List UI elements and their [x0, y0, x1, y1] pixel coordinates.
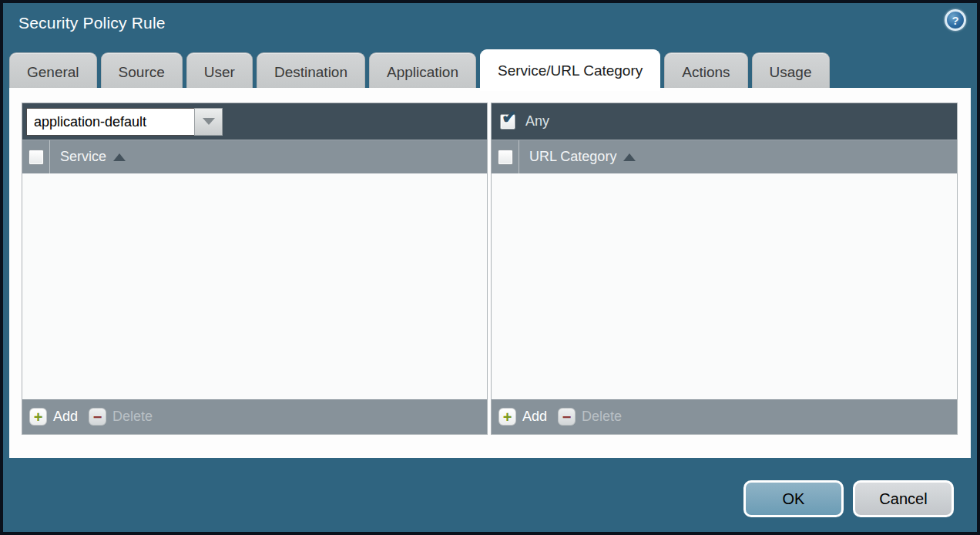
service-column-header-row: Service: [22, 140, 487, 173]
tab-user[interactable]: User: [186, 52, 253, 91]
service-type-combobox-value[interactable]: application-default: [26, 108, 194, 136]
service-column-header[interactable]: Service: [60, 149, 106, 165]
plus-icon: +: [498, 408, 516, 426]
tab-general[interactable]: General: [9, 52, 97, 91]
security-policy-rule-dialog: { "dialog": { "title": "Security Policy …: [0, 0, 980, 535]
help-glyph: ?: [951, 14, 958, 27]
tab-destination[interactable]: Destination: [257, 52, 365, 91]
service-panel-header: application-default: [22, 103, 487, 140]
minus-icon: −: [89, 408, 106, 426]
checkbox-checked-icon: ✔: [502, 108, 517, 126]
minus-icon: −: [558, 408, 576, 426]
service-table-body[interactable]: [22, 173, 487, 399]
delete-url-category-label: Delete: [582, 409, 622, 425]
help-icon[interactable]: ?: [945, 9, 966, 31]
delete-service-label: Delete: [112, 409, 153, 425]
add-service-button[interactable]: + Add: [29, 408, 78, 426]
service-type-combobox[interactable]: application-default: [26, 108, 223, 136]
tab-source[interactable]: Source: [101, 52, 183, 91]
tab-usage[interactable]: Usage: [752, 52, 830, 91]
sort-asc-icon[interactable]: [113, 153, 126, 161]
dialog-title: Security Policy Rule: [18, 14, 166, 32]
chevron-down-icon: [203, 118, 215, 125]
any-checkbox[interactable]: ✔: [500, 114, 515, 130]
tab-actions[interactable]: Actions: [664, 52, 747, 91]
add-service-label: Add: [53, 409, 78, 425]
cancel-button[interactable]: Cancel: [853, 480, 954, 517]
select-all-services-checkbox[interactable]: [29, 150, 44, 165]
service-type-combobox-button[interactable]: [194, 108, 223, 136]
plus-icon: +: [29, 408, 47, 426]
url-category-panel: ✔ Any URL Category + Add: [491, 103, 958, 435]
tab-bar: General Source User Destination Applicat…: [9, 49, 830, 91]
select-all-url-categories-checkbox[interactable]: [498, 150, 513, 165]
service-panel: application-default Service + Add: [22, 103, 488, 435]
tab-content: application-default Service + Add: [9, 88, 971, 458]
column-divider: [49, 140, 50, 173]
add-url-category-button[interactable]: + Add: [498, 408, 547, 426]
column-divider: [519, 140, 519, 173]
service-select-all-cell: [22, 140, 49, 173]
delete-url-category-button[interactable]: − Delete: [558, 408, 622, 426]
url-category-column-header-row: URL Category: [492, 140, 957, 173]
url-category-table-body[interactable]: [492, 173, 957, 399]
delete-service-button[interactable]: − Delete: [89, 408, 153, 426]
service-panel-footer: + Add − Delete: [22, 399, 487, 434]
panels-container: application-default Service + Add: [22, 103, 958, 435]
ok-button[interactable]: OK: [743, 480, 844, 517]
tab-application[interactable]: Application: [369, 52, 476, 91]
url-category-column-header[interactable]: URL Category: [529, 149, 616, 165]
url-category-select-all-cell: [492, 140, 519, 173]
any-url-category-toggle[interactable]: ✔ Any: [500, 113, 549, 130]
tab-service-url-category[interactable]: Service/URL Category: [480, 49, 660, 91]
url-category-panel-header: ✔ Any: [492, 103, 957, 140]
add-url-category-label: Add: [522, 409, 547, 425]
any-label: Any: [525, 113, 549, 130]
titlebar: Security Policy Rule ?: [3, 3, 977, 49]
sort-asc-icon[interactable]: [623, 153, 636, 161]
url-category-panel-footer: + Add − Delete: [492, 399, 957, 434]
